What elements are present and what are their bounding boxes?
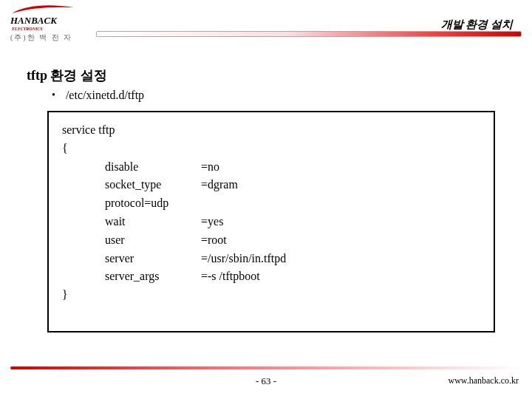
code-row: socket_type =dgram bbox=[62, 176, 480, 194]
code-row: user =root bbox=[62, 231, 480, 250]
code-row: server_args =-s /tftpboot bbox=[62, 267, 480, 286]
code-key: server bbox=[105, 250, 201, 268]
bullet-item: • /etc/xinetd.d/tftp bbox=[52, 89, 511, 102]
code-val: =-s /tftpboot bbox=[201, 267, 480, 286]
code-row: protocol=udp bbox=[62, 194, 480, 213]
bullet-icon: • bbox=[52, 89, 55, 101]
logo: HANBACK ELECTRONICS (주)한 백 전 자 bbox=[10, 4, 90, 43]
code-close: } bbox=[62, 286, 480, 304]
brand-en: HANBACK bbox=[10, 15, 57, 27]
code-val: =/usr/sbin/in.tftpd bbox=[201, 250, 480, 268]
code-row: server =/usr/sbin/in.tftpd bbox=[62, 250, 480, 268]
brand-sub: ELECTRONICS bbox=[12, 27, 90, 31]
code-val bbox=[201, 194, 480, 213]
section-title: tftp 환경 설정 bbox=[27, 66, 505, 84]
content: tftp 환경 설정 • /etc/xinetd.d/tftp service … bbox=[0, 50, 532, 332]
code-key: wait bbox=[105, 213, 201, 231]
code-box: service tftp { disable =no socket_type =… bbox=[47, 111, 495, 332]
code-key: server_args bbox=[105, 267, 201, 286]
code-key: user bbox=[105, 231, 201, 250]
site-url: www.hanback.co.kr bbox=[448, 375, 519, 386]
header: HANBACK ELECTRONICS (주)한 백 전 자 개발 환경 설치 bbox=[0, 0, 532, 50]
code-row: disable =no bbox=[62, 158, 480, 177]
code-key: protocol=udp bbox=[105, 194, 201, 213]
code-val: =root bbox=[201, 231, 480, 250]
code-open: { bbox=[62, 140, 480, 158]
chapter-title: 개발 환경 설치 bbox=[441, 18, 514, 32]
code-row: wait =yes bbox=[62, 213, 480, 231]
file-path: /etc/xinetd.d/tftp bbox=[66, 89, 144, 102]
code-val: =yes bbox=[201, 213, 480, 231]
code-key: socket_type bbox=[105, 176, 201, 194]
swoosh-icon bbox=[10, 4, 77, 15]
brand-ko: (주)한 백 전 자 bbox=[10, 33, 90, 43]
code-key: disable bbox=[105, 158, 201, 177]
header-rule bbox=[96, 31, 522, 37]
footer: - 63 - www.hanback.co.kr bbox=[0, 366, 532, 392]
code-val: =dgram bbox=[201, 176, 480, 194]
footer-rule bbox=[10, 366, 522, 369]
code-line: service tftp bbox=[62, 121, 480, 140]
code-val: =no bbox=[201, 158, 480, 177]
